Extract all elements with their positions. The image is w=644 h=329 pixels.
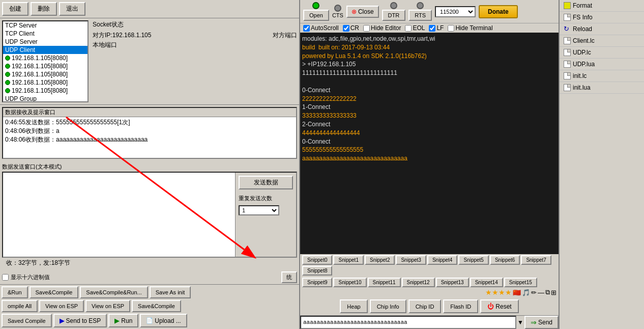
save-compile-button[interactable]: Save&Compile bbox=[30, 286, 79, 298]
chip-info-button[interactable]: Chip Info bbox=[370, 299, 406, 313]
save-as-init-button[interactable]: Save As init bbox=[150, 286, 191, 298]
autoscroll-checkbox[interactable] bbox=[303, 25, 310, 32]
send-data-button[interactable]: 发送数据 bbox=[239, 176, 293, 189]
input-dropdown-btn[interactable]: ▼ bbox=[516, 316, 524, 329]
save-compile-2-button[interactable]: Save&Compile bbox=[132, 300, 181, 312]
lf-checkbox[interactable] bbox=[429, 25, 435, 32]
fs-info-icon bbox=[564, 14, 571, 21]
snippet-11[interactable]: Snippet11 bbox=[368, 278, 401, 287]
init-lc-button[interactable]: init.lc bbox=[560, 70, 644, 82]
chip-id-button[interactable]: Chip ID bbox=[408, 299, 442, 313]
exit-button[interactable]: 退出 bbox=[59, 2, 85, 16]
udp-lua-button[interactable]: UDP.lua bbox=[560, 59, 644, 70]
client-lc-icon bbox=[564, 37, 571, 44]
snippet-1[interactable]: Snippet1 bbox=[333, 255, 363, 265]
rts-led bbox=[417, 2, 424, 9]
snippet-10[interactable]: Snippet10 bbox=[333, 278, 366, 287]
list-item-tcpclient[interactable]: TCP Client bbox=[3, 30, 87, 38]
run-button[interactable]: ▶ Run bbox=[108, 314, 138, 327]
hide-editor-checkbox[interactable] bbox=[363, 25, 370, 32]
status-text: 收：32字节，发:18字节 bbox=[6, 259, 70, 267]
format-button[interactable]: Format bbox=[560, 0, 644, 12]
socket-title: Socket状态 bbox=[93, 20, 297, 29]
compile-all-button[interactable]: ompile All bbox=[2, 300, 38, 312]
connection-list[interactable]: TCP Server TCP Client UDP Server UDP Cli… bbox=[2, 20, 89, 102]
lf-label[interactable]: LF bbox=[429, 24, 444, 32]
hex-checkbox[interactable] bbox=[2, 274, 9, 281]
hide-terminal-checkbox[interactable] bbox=[448, 25, 454, 32]
stats-button[interactable]: 统 bbox=[281, 271, 297, 283]
term-line-9: 3333333333333333 bbox=[302, 112, 557, 120]
fs-info-button[interactable]: FS Info bbox=[560, 12, 644, 23]
data-recv-window: 数据接收及提示窗口 0:46:55发送数据：555555555555555555… bbox=[2, 107, 297, 159]
client-lc-button[interactable]: Client.lc bbox=[560, 35, 644, 47]
list-item-udpserver[interactable]: UDP Server bbox=[3, 38, 87, 46]
snippet-14[interactable]: Snippet14 bbox=[470, 278, 503, 287]
terminal-send-button[interactable]: ⇒ Send bbox=[524, 316, 559, 329]
socket-info: Socket状态 对方IP:192.168.1.105 对方端口 本地端口 bbox=[91, 18, 299, 104]
init-lua-button[interactable]: init.lua bbox=[560, 82, 644, 94]
data-recv-content: 0:46:55发送数据：555555555555555555[1次] 0:48:… bbox=[3, 117, 296, 158]
list-item-conn3[interactable]: 192.168.1.105[8080] bbox=[3, 70, 87, 78]
list-item-tcpserver[interactable]: TCP Server bbox=[3, 21, 87, 30]
send-to-esp-button[interactable]: ▶ Send to ESP bbox=[53, 314, 107, 327]
list-item-udpgroup[interactable]: UDP Group bbox=[3, 95, 87, 102]
send-esp-icon: ▶ bbox=[60, 317, 65, 324]
hide-terminal-label[interactable]: Hide Terminal bbox=[448, 24, 492, 32]
flash-id-button[interactable]: Flash ID bbox=[443, 299, 478, 313]
view-on-esp-2-button[interactable]: View on ESP bbox=[85, 300, 130, 312]
snippet-9[interactable]: Snippet9 bbox=[302, 278, 332, 287]
eol-checkbox[interactable] bbox=[405, 25, 412, 32]
open-button[interactable]: Open bbox=[303, 10, 329, 21]
save-run-button[interactable]: &Run bbox=[2, 286, 28, 298]
snippet-8[interactable]: Snippet8 bbox=[302, 266, 332, 276]
cr-checkbox[interactable] bbox=[343, 25, 349, 32]
init-lc-icon bbox=[564, 72, 571, 79]
data-send-title: 数据发送窗口(文本模式) bbox=[2, 163, 297, 171]
delete-button[interactable]: 删除 bbox=[31, 2, 57, 16]
heap-button[interactable]: Heap bbox=[340, 299, 367, 313]
reload-button[interactable]: ↻ Reload bbox=[560, 23, 644, 35]
donate-button[interactable]: Donate bbox=[479, 5, 518, 18]
list-item-conn5[interactable]: 192.168.1.105[8080] bbox=[3, 87, 87, 95]
baud-rate-select[interactable]: 115200 9600 57600 230400 bbox=[435, 6, 476, 17]
close-button[interactable]: ⊗ Close bbox=[346, 6, 379, 18]
reset-label: Reset bbox=[495, 303, 511, 310]
snippet-15[interactable]: Snippet15 bbox=[504, 278, 537, 287]
snippet-5[interactable]: Snippet5 bbox=[458, 255, 488, 265]
create-button[interactable]: 创建 bbox=[2, 2, 28, 16]
hide-editor-label[interactable]: Hide Editor bbox=[363, 24, 401, 32]
list-item-conn1[interactable]: 192.168.1.105[8080] bbox=[3, 54, 87, 62]
snippet-13[interactable]: Snippet13 bbox=[436, 278, 469, 287]
autoscroll-label[interactable]: AutoScroll bbox=[303, 24, 339, 32]
snippet-6[interactable]: Snippet6 bbox=[490, 255, 520, 265]
list-item-conn4[interactable]: 192.168.1.105[8080] bbox=[3, 78, 87, 87]
dtr-button[interactable]: DTR bbox=[382, 10, 406, 21]
snippet-3[interactable]: Snippet3 bbox=[396, 255, 426, 265]
view-on-esp-1-button[interactable]: View on ESP bbox=[39, 300, 84, 312]
terminal[interactable]: modules: adc,file,gpio,net,node,ow,spi,t… bbox=[300, 33, 559, 254]
rts-button[interactable]: RTS bbox=[408, 10, 432, 21]
save-compile-run-button[interactable]: Save&Compile&Run... bbox=[80, 286, 148, 298]
snippet-icons: ★★★★ 🇨🇳 🎵 ✏ — ⧉ ⊞ bbox=[485, 288, 557, 296]
eol-label[interactable]: EOL bbox=[405, 24, 425, 32]
snippet-0[interactable]: Snippet0 bbox=[302, 255, 332, 265]
saved-compile-button[interactable]: Saved Compile bbox=[2, 314, 52, 327]
send-textarea[interactable] bbox=[3, 173, 233, 257]
snippet-4[interactable]: Snippet4 bbox=[427, 255, 457, 265]
terminal-input[interactable] bbox=[300, 316, 516, 329]
bottom-action-area: &Run Save&Compile Save&Compile&Run... Sa… bbox=[0, 284, 299, 329]
snippet-7[interactable]: Snippet7 bbox=[521, 255, 551, 265]
cr-label[interactable]: CR bbox=[343, 24, 359, 32]
udp-lc-button[interactable]: UDP.lc bbox=[560, 47, 644, 59]
list-item-udpclient[interactable]: UDP Client bbox=[3, 46, 87, 54]
list-item-conn2[interactable]: 192.168.1.105[8080] bbox=[3, 62, 87, 70]
upload-button[interactable]: 📄 Upload ... bbox=[140, 314, 187, 327]
snippet-2[interactable]: Snippet2 bbox=[365, 255, 395, 265]
conn-dot-5 bbox=[5, 88, 10, 93]
data-send-section: 数据发送窗口(文本模式) 发送数据 重复发送次数 1 2 5 10 收：32字节… bbox=[2, 163, 297, 268]
reset-button[interactable]: ⏻ Reset bbox=[480, 299, 518, 313]
connection-section: TCP Server TCP Client UDP Server UDP Cli… bbox=[0, 18, 299, 105]
repeat-select[interactable]: 1 2 5 10 bbox=[239, 205, 279, 215]
snippet-12[interactable]: Snippet12 bbox=[402, 278, 435, 287]
